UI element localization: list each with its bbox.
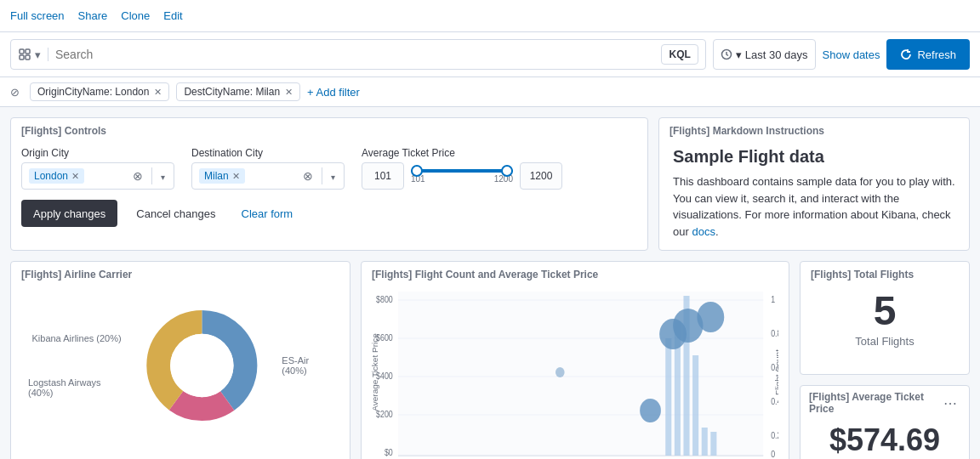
filter-chip-dest-label: DestCityName: Milan <box>184 86 280 98</box>
svg-rect-32 <box>702 428 708 456</box>
airline-panel-title: [Flights] Airline Carrier <box>11 262 350 280</box>
filter-bar: ⊘ OriginCityName: London ✕ DestCityName:… <box>0 77 980 107</box>
svg-text:0.2: 0.2 <box>771 430 778 440</box>
origin-controls: ⊗ <box>131 167 167 184</box>
total-flights-number: 5 <box>811 291 959 332</box>
edit-link[interactable]: Edit <box>163 9 182 22</box>
svg-text:$0: $0 <box>385 447 393 457</box>
svg-text:Average Ticket Price: Average Ticket Price <box>372 333 379 411</box>
origin-divider <box>151 167 152 184</box>
svg-point-34 <box>640 399 661 422</box>
right-panels: [Flights] Total Flights 5 Total Flights … <box>800 261 970 459</box>
dest-city-value: Milan <box>204 170 229 182</box>
svg-rect-31 <box>692 355 698 456</box>
kql-badge[interactable]: KQL <box>661 44 698 65</box>
price-slider-group: Average Ticket Price 101 101 <box>362 147 562 190</box>
filter-chip-origin-close[interactable]: ✕ <box>154 87 162 98</box>
avg-ticket-price: $574.69 <box>811 425 959 456</box>
time-filter[interactable]: Last 30 days <box>713 39 816 70</box>
search-input-container: KQL <box>10 39 706 70</box>
origin-clear-button[interactable]: ⊗ <box>131 167 145 184</box>
origin-dropdown-button[interactable] <box>159 167 167 184</box>
time-chevron-icon <box>736 48 742 61</box>
svg-text:$800: $800 <box>376 294 393 304</box>
refresh-label: Refresh <box>917 48 956 61</box>
avg-ticket-title-row: [Flights] Average Ticket Price ⋯ <box>801 386 969 415</box>
dest-divider <box>322 167 322 184</box>
cancel-changes-button[interactable]: Cancel changes <box>124 200 227 227</box>
filter-chip-origin[interactable]: OriginCityName: London ✕ <box>30 82 169 101</box>
origin-city-value: London <box>34 170 68 182</box>
controls-fields: Origin City London ✕ ⊗ <box>21 147 637 190</box>
svg-text:Flight Count: Flight Count <box>773 349 778 395</box>
price-max-input[interactable]: 1200 <box>520 162 562 190</box>
dest-city-group: Destination City Milan ✕ ⊗ <box>191 147 345 190</box>
apply-changes-button[interactable]: Apply changes <box>21 200 117 227</box>
dest-clear-button[interactable]: ⊗ <box>301 167 315 184</box>
dest-controls: ⊗ <box>301 167 337 184</box>
markdown-docs-link[interactable]: docs <box>692 225 715 238</box>
search-input[interactable] <box>55 48 661 61</box>
svg-text:1: 1 <box>771 294 775 304</box>
search-type-selector[interactable] <box>18 48 48 61</box>
svg-text:0.8: 0.8 <box>771 328 778 338</box>
svg-point-38 <box>556 367 565 377</box>
markdown-panel: [Flights] Markdown Instructions Sample F… <box>658 117 970 251</box>
svg-rect-28 <box>665 338 671 456</box>
svg-rect-33 <box>710 432 716 456</box>
markdown-inner: Sample Flight data This dashboard contai… <box>659 137 969 250</box>
total-flights-label: Total Flights <box>811 335 959 348</box>
donut-chart <box>139 298 265 434</box>
search-bar: KQL Last 30 days Show dates Refresh <box>0 32 980 77</box>
donut-labels-right: ES-Air (40%) <box>282 355 333 376</box>
avg-ticket-panel: [Flights] Average Ticket Price ⋯ $574.69… <box>800 385 970 459</box>
top-nav: Full screen Share Clone Edit <box>0 0 980 32</box>
dest-city-input[interactable]: Milan ✕ ⊗ <box>191 162 345 190</box>
slider-thumb-max[interactable] <box>501 165 513 177</box>
avg-ticket-metric: $574.69 Avg. Ticket Price <box>801 415 969 459</box>
origin-city-chip-close[interactable]: ✕ <box>71 171 79 182</box>
time-filter-label: Last 30 days <box>745 48 808 61</box>
filter-chip-dest[interactable]: DestCityName: Milan ✕ <box>176 82 300 101</box>
clear-form-button[interactable]: Clear form <box>235 200 300 227</box>
svg-point-37 <box>697 302 724 332</box>
origin-city-label: Origin City <box>21 147 174 159</box>
slider-labels: 101 1200 <box>411 174 513 184</box>
donut-label-logstash: Logstash Airways (40%) <box>28 377 122 398</box>
origin-city-input[interactable]: London ✕ ⊗ <box>21 162 174 190</box>
add-filter-button[interactable]: + Add filter <box>307 86 360 99</box>
svg-rect-0 <box>20 49 24 54</box>
refresh-icon <box>900 48 912 60</box>
donut-label-kibana: Kibana Airlines (20%) <box>31 333 121 343</box>
svg-text:0.4: 0.4 <box>771 396 778 406</box>
svg-text:0: 0 <box>771 449 775 459</box>
flight-count-panel: [Flights] Flight Count and Average Ticke… <box>361 261 789 459</box>
main-content: [Flights] Controls Origin City London ✕ <box>0 107 980 459</box>
dest-city-chip-close[interactable]: ✕ <box>232 171 240 182</box>
dest-dropdown-button[interactable] <box>329 167 337 184</box>
controls-panel-title: [Flights] Controls <box>11 118 647 137</box>
filter-chip-dest-close[interactable]: ✕ <box>285 87 293 98</box>
avg-ticket-options-button[interactable]: ⋯ <box>940 395 960 411</box>
slider-thumb-min[interactable] <box>411 165 423 177</box>
fullscreen-link[interactable]: Full screen <box>10 9 65 22</box>
chevron-down-icon <box>35 48 41 61</box>
flight-count-chart: $800 $600 $400 $200 $0 1 0.8 0.6 0.4 0.2… <box>372 287 778 459</box>
chart-area: $800 $600 $400 $200 $0 1 0.8 0.6 0.4 0.2… <box>362 280 789 459</box>
filter-chip-origin-label: OriginCityName: London <box>37 86 149 98</box>
donut-labels-left: Kibana Airlines (20%) Logstash Airways (… <box>28 333 122 398</box>
origin-city-group: Origin City London ✕ ⊗ <box>21 147 174 190</box>
markdown-panel-title: [Flights] Markdown Instructions <box>659 118 969 137</box>
svg-point-8 <box>170 334 233 397</box>
airline-carrier-panel: [Flights] Airline Carrier Kibana Airline… <box>10 261 350 459</box>
clone-link[interactable]: Clone <box>121 9 150 22</box>
origin-city-chip: London ✕ <box>29 168 84 184</box>
clock-icon <box>721 48 732 60</box>
price-min-input[interactable]: 101 <box>362 162 404 190</box>
show-dates-button[interactable]: Show dates <box>823 48 880 61</box>
slider-container: 101 101 1200 <box>362 162 562 190</box>
share-link[interactable]: Share <box>78 9 108 22</box>
svg-rect-2 <box>20 55 24 60</box>
refresh-button[interactable]: Refresh <box>886 39 970 70</box>
price-label: Average Ticket Price <box>362 147 562 159</box>
